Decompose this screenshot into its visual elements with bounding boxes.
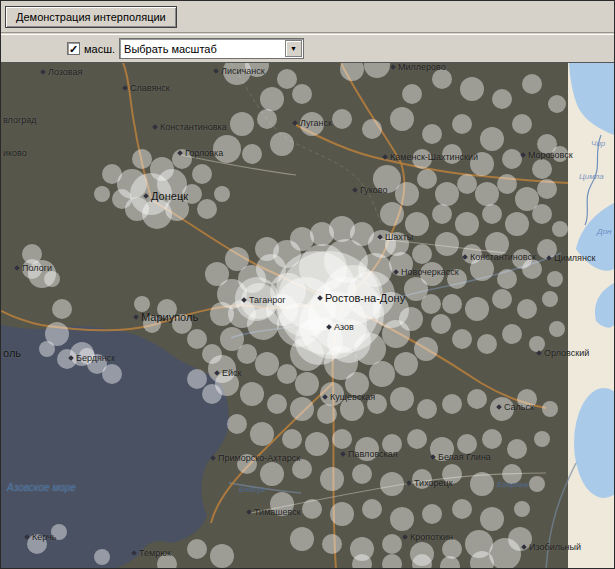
interpolation-point <box>150 157 174 181</box>
interpolation-point <box>394 352 418 376</box>
interpolation-point <box>470 472 494 496</box>
scale-select[interactable]: Выбрать масштаб ▼ <box>119 38 304 59</box>
interpolation-point <box>532 204 552 224</box>
interpolation-point <box>260 87 284 111</box>
chevron-down-icon: ▼ <box>290 45 297 52</box>
interpolation-point <box>302 499 322 519</box>
interpolation-point <box>432 69 452 89</box>
interpolation-point <box>292 84 312 104</box>
interpolation-point <box>442 539 462 559</box>
interpolation-point <box>27 534 47 554</box>
interpolation-point <box>300 112 324 136</box>
interpolation-point <box>39 341 55 357</box>
interpolation-point <box>390 387 414 411</box>
interpolation-point <box>369 361 395 387</box>
interpolation-point <box>332 429 352 449</box>
interpolation-point <box>482 204 502 224</box>
interpolation-point <box>537 239 557 259</box>
interpolation-point <box>290 397 314 421</box>
interpolation-point <box>390 507 414 531</box>
interpolation-point <box>227 414 247 434</box>
interpolation-point <box>102 364 122 384</box>
interpolation-point <box>420 262 444 286</box>
interpolation-point <box>442 394 462 414</box>
interpolation-point <box>112 189 132 209</box>
interpolation-point <box>172 149 192 169</box>
interpolation-point <box>362 499 382 519</box>
interpolation-point <box>431 314 451 334</box>
scale-checkbox[interactable]: ✓ <box>67 42 80 55</box>
interpolation-point <box>317 404 337 424</box>
interpolation-point <box>52 299 72 319</box>
interpolation-point <box>395 182 419 206</box>
interpolation-point <box>345 372 369 396</box>
interpolation-point <box>230 112 254 136</box>
interpolation-point <box>320 382 344 406</box>
interpolation-point <box>485 232 509 256</box>
interpolation-point <box>470 257 494 281</box>
interpolation-point <box>187 369 207 389</box>
dropdown-button[interactable]: ▼ <box>285 40 302 57</box>
interpolation-point <box>537 179 557 199</box>
interpolation-point <box>332 109 352 129</box>
interpolation-demo-button[interactable]: Демонстрация интерполяции <box>5 6 177 28</box>
scale-select-value: Выбрать масштаб <box>120 43 285 55</box>
interpolation-point <box>547 271 563 287</box>
interpolation-point <box>182 184 202 204</box>
interpolation-point <box>477 334 497 354</box>
interpolation-point <box>517 389 537 409</box>
interpolation-point <box>417 399 437 419</box>
map-canvas[interactable]: ЛозоваяСлавянскЛисичанскМиллерововлоград… <box>1 62 614 568</box>
interpolation-point <box>402 84 422 104</box>
interpolation-point <box>497 269 517 289</box>
interpolation-point <box>44 271 60 287</box>
interpolation-point <box>522 259 542 279</box>
interpolation-point <box>220 327 244 351</box>
interpolation-point <box>362 119 382 139</box>
interpolation-point <box>132 149 152 169</box>
interpolation-point <box>270 492 294 516</box>
interpolation-point <box>480 127 504 151</box>
interpolation-point <box>240 382 264 406</box>
interpolation-point <box>290 527 314 551</box>
interpolation-point <box>102 164 122 184</box>
interpolation-point <box>172 314 192 334</box>
interpolation-point <box>508 527 532 551</box>
interpolation-point <box>534 431 550 447</box>
interpolation-point <box>435 182 459 206</box>
interpolation-point <box>482 429 502 449</box>
interpolation-point <box>414 337 438 361</box>
interpolation-point <box>382 434 402 454</box>
interpolation-point <box>187 539 207 559</box>
interpolation-point <box>432 204 452 224</box>
interpolation-point <box>405 212 429 236</box>
interpolation-point <box>382 534 402 554</box>
interpolation-point <box>290 337 324 371</box>
interpolation-point <box>305 432 329 456</box>
interpolation-point <box>340 397 364 421</box>
interpolation-point <box>367 394 387 414</box>
scale-checkbox-label[interactable]: масш. <box>84 43 115 55</box>
interpolation-point <box>257 109 277 129</box>
interpolation-point <box>457 434 477 454</box>
interpolation-point <box>380 472 404 496</box>
interpolation-point <box>380 202 404 226</box>
interpolation-point <box>417 169 437 189</box>
interpolation-point <box>442 144 462 164</box>
interpolation-point <box>260 462 284 486</box>
interpolation-point <box>507 439 527 459</box>
interpolation-point <box>497 174 517 194</box>
interpolation-point <box>214 186 230 202</box>
interpolation-point <box>320 467 344 491</box>
interpolation-point <box>250 422 274 446</box>
interpolation-point <box>435 232 459 256</box>
interpolation-point <box>322 534 342 554</box>
interpolation-point <box>295 372 319 396</box>
interpolation-point <box>412 469 432 489</box>
interpolation-point <box>505 212 529 236</box>
interpolation-point <box>354 333 386 365</box>
interpolation-point <box>197 199 217 219</box>
interpolation-point <box>517 299 537 319</box>
interpolation-point <box>270 132 294 156</box>
interpolation-point <box>210 544 234 568</box>
